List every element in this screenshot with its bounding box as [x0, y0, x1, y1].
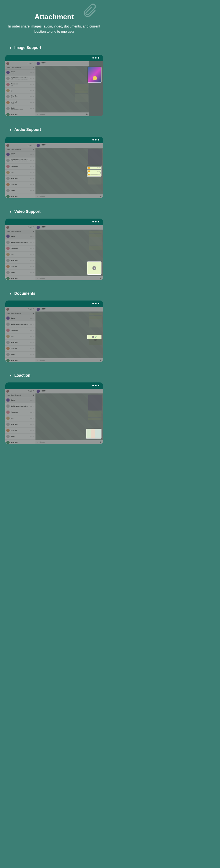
- sidebar: New Chat Request 1 DanielPhoto05:30 PM M…: [5, 61, 35, 116]
- list-item[interactable]: Mighty chat discussion05:27 PM: [5, 240, 35, 246]
- browser-frame: New Chat Request1 Daniel05:30 PM Mighty …: [5, 219, 103, 280]
- section-label: Image Support: [14, 45, 108, 50]
- list-item[interactable]: Tia crown05:27 PM: [5, 163, 35, 169]
- list-item[interactable]: Mighty chat discussion05:27 PM: [5, 321, 35, 328]
- list-item[interactable]: Daniel05:30 PM: [5, 397, 35, 403]
- section-label: Documents: [14, 291, 108, 296]
- list-item[interactable]: John doe: [5, 440, 35, 444]
- browser-frame: New Chat Request1 Daniel05:30 PM Mighty …: [5, 301, 103, 362]
- status-icon[interactable]: [28, 63, 29, 64]
- list-item[interactable]: John doe05:26 PM: [5, 422, 35, 428]
- list-item[interactable]: SmithHello mts duyfu dfudfb05:26 PM: [5, 106, 35, 112]
- audio-message[interactable]: 00:05: [88, 166, 101, 169]
- list-item[interactable]: Mighty chat discussion05:27 PM: [5, 403, 35, 409]
- list-item[interactable]: John doe05:26 PM: [5, 176, 35, 182]
- send-icon[interactable]: [86, 114, 88, 115]
- new-chat-label: New Chat Request: [7, 66, 21, 68]
- list-item[interactable]: DanielPhoto05:30 PM: [5, 69, 35, 75]
- chat-list: DanielPhoto05:30 PM Mighty chat discussi…: [5, 69, 35, 116]
- map-preview: [87, 430, 101, 438]
- list-item[interactable]: Tia crownRaja05:27 PM: [5, 82, 35, 88]
- list-item[interactable]: Smith05:26 PM: [5, 352, 35, 358]
- messages-area: [35, 66, 89, 113]
- audio-message[interactable]: 00:05: [88, 170, 101, 173]
- new-chat-icon[interactable]: [30, 63, 32, 64]
- list-item[interactable]: Lee05:27 PM: [5, 169, 35, 176]
- message-input-bar: ☺ Message: [35, 113, 89, 116]
- audio-message[interactable]: 00:05: [88, 173, 101, 176]
- list-item[interactable]: Smith05:26 PM: [5, 434, 35, 440]
- list-item[interactable]: Mighty chat discussionHi all Please writ…: [5, 158, 35, 163]
- list-item[interactable]: Tia crown05:27 PM: [5, 246, 35, 252]
- browser-bar: [5, 55, 103, 61]
- list-item[interactable]: John doe: [5, 276, 35, 280]
- emoji-icon[interactable]: ☺: [37, 114, 38, 115]
- chat-area: DanielOnline ☺ Message: [35, 61, 89, 116]
- sidebar: New Chat Request1 DanielPhoto05:30 PM Mi…: [5, 143, 35, 198]
- list-item[interactable]: John doe: [5, 358, 35, 362]
- new-chat-request[interactable]: New Chat Request 1: [5, 66, 35, 69]
- list-item[interactable]: John doe: [5, 112, 35, 116]
- list-item[interactable]: Let's talk05:26 PM: [5, 264, 35, 270]
- browser-frame: New Chat Request 1 DanielPhoto05:30 PM M…: [5, 55, 103, 116]
- chat-app: New Chat Request 1 DanielPhoto05:30 PM M…: [5, 61, 103, 116]
- list-item[interactable]: LeeHi05:27 PM: [5, 88, 35, 94]
- play-icon[interactable]: [88, 170, 90, 172]
- list-item[interactable]: Smith05:26 PM: [5, 270, 35, 276]
- list-item[interactable]: Daniel05:30 PM: [5, 234, 35, 240]
- list-item[interactable]: DanielPhoto05:30 PM: [5, 152, 35, 158]
- menu-icon[interactable]: [33, 63, 34, 64]
- video-attachment[interactable]: [87, 261, 101, 275]
- play-icon[interactable]: [88, 174, 90, 176]
- list-item[interactable]: John doe05:26 PM: [5, 340, 35, 346]
- download-icon[interactable]: [95, 336, 97, 338]
- list-item[interactable]: Let's talkImage05:26 PM: [5, 100, 35, 106]
- list-item[interactable]: John doe05:26 PM: [5, 258, 35, 264]
- play-icon[interactable]: [88, 167, 90, 169]
- section-location: Loaction New Chat Request1 Daniel05:30 P…: [0, 373, 108, 444]
- section-image: Image Support New Chat Requ: [0, 45, 108, 116]
- sidebar-header: [5, 61, 35, 66]
- section-video: Video Support New Chat Request1 Daniel05…: [0, 209, 108, 280]
- section-audio: Audio Support New Chat Request1 DanielPh…: [0, 127, 108, 198]
- section-label: Video Support: [14, 209, 108, 214]
- list-item[interactable]: Lee05:27 PM: [5, 415, 35, 422]
- section-label: Loaction: [14, 373, 108, 377]
- list-item[interactable]: Tia crown05:27 PM: [5, 409, 35, 415]
- new-chat-badge: 1: [33, 66, 34, 68]
- chat-app: New Chat Request1 DanielPhoto05:30 PM Mi…: [5, 143, 103, 198]
- list-item[interactable]: Daniel05:30 PM: [5, 315, 35, 321]
- list-item[interactable]: Let's talk05:26 PM: [5, 346, 35, 352]
- list-item[interactable]: Let's talk05:26 PM: [5, 428, 35, 434]
- page-subtitle: In order share images, audio, video, doc…: [0, 21, 108, 34]
- browser-frame: New Chat Request1 DanielPhoto05:30 PM Mi…: [5, 137, 103, 198]
- chat-header: DanielOnline: [35, 61, 89, 66]
- list-item[interactable]: Smith05:26 PM: [5, 188, 35, 194]
- location-attachment[interactable]: [86, 429, 101, 438]
- section-label: Audio Support: [14, 127, 108, 132]
- list-item[interactable]: Lee05:27 PM: [5, 334, 35, 340]
- list-item[interactable]: Tia crown05:27 PM: [5, 328, 35, 334]
- section-documents: Documents New Chat Request1 Daniel05:30 …: [0, 291, 108, 362]
- list-item[interactable]: Mighty chat discussionHi all Please writ…: [5, 75, 35, 82]
- browser-frame: New Chat Request1 Daniel05:30 PM Mighty …: [5, 382, 103, 444]
- paperclip-icon: [81, 3, 97, 19]
- file-icon: [92, 336, 94, 338]
- list-item[interactable]: Lee05:27 PM: [5, 252, 35, 258]
- message-input[interactable]: Message: [40, 114, 85, 115]
- audio-attachments: 00:05 00:05 00:05: [87, 166, 101, 177]
- user-avatar[interactable]: [6, 62, 9, 65]
- list-item[interactable]: Let's talk05:26 PM: [5, 182, 35, 188]
- list-item[interactable]: John doeHi05:26 PM: [5, 94, 35, 100]
- list-item[interactable]: John doe: [5, 194, 35, 198]
- contact-status: Online: [41, 63, 88, 65]
- contact-avatar[interactable]: [37, 62, 40, 65]
- document-attachment[interactable]: [87, 335, 101, 339]
- play-icon[interactable]: [92, 266, 96, 270]
- image-attachment[interactable]: [88, 67, 101, 83]
